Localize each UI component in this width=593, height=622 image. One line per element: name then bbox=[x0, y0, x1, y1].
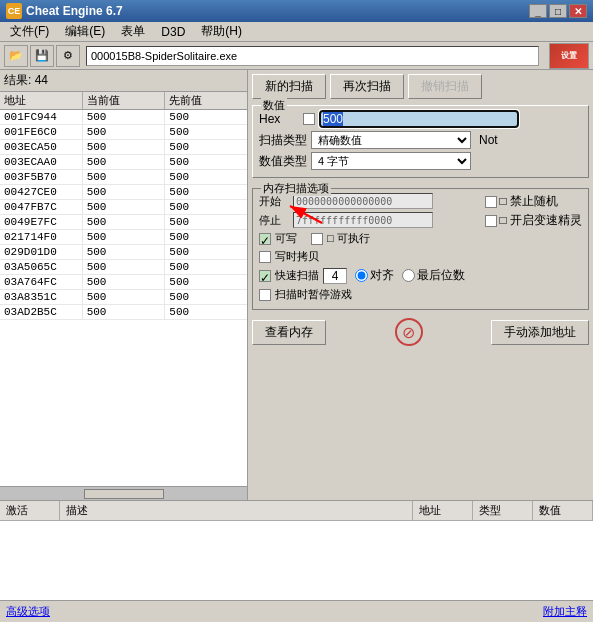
fastscan-value[interactable] bbox=[323, 268, 347, 284]
speedelf-checkbox[interactable] bbox=[485, 215, 497, 227]
manual-add-button[interactable]: 手动添加地址 bbox=[491, 320, 589, 345]
lower-area: 激活 描述 地址 类型 数值 bbox=[0, 500, 593, 600]
cow-label: 写时拷贝 bbox=[275, 249, 319, 264]
menu-d3d[interactable]: D3D bbox=[155, 23, 191, 41]
maximize-button[interactable]: □ bbox=[549, 4, 567, 18]
table-row[interactable]: 003ECAA0500500 bbox=[0, 155, 247, 170]
add-main-link[interactable]: 附加主释 bbox=[543, 604, 587, 619]
align-label: 对齐 bbox=[370, 267, 394, 284]
address-table: 001FC944500500001FE6C0500500003ECA505005… bbox=[0, 110, 247, 486]
menu-bar: 文件(F) 编辑(E) 表单 D3D 帮助(H) bbox=[0, 22, 593, 42]
table-row[interactable]: 003ECA50500500 bbox=[0, 140, 247, 155]
norandom-label: □ 禁止随机 bbox=[499, 193, 558, 210]
table-row[interactable]: 03A764FC500500 bbox=[0, 275, 247, 290]
not-label: Not bbox=[479, 133, 498, 147]
col-val: 数值 bbox=[533, 501, 593, 520]
right-bottom-row: 查看内存 ⊘ 手动添加地址 bbox=[252, 318, 589, 346]
executable-checkbox[interactable] bbox=[311, 233, 323, 245]
value-input[interactable] bbox=[319, 110, 519, 128]
speedelf-label: □ 开启变速精灵 bbox=[499, 212, 582, 229]
table-row[interactable]: 021714F0500500 bbox=[0, 230, 247, 245]
lastdigit-radio[interactable] bbox=[402, 269, 415, 282]
col-address: 地址 bbox=[0, 92, 83, 109]
view-memory-button[interactable]: 查看内存 bbox=[252, 320, 326, 345]
fastscan-label: 快速扫描 bbox=[275, 268, 319, 283]
hscroll-bar[interactable] bbox=[0, 486, 247, 500]
col-active: 激活 bbox=[0, 501, 60, 520]
fastscan-checkbox[interactable]: ✓ bbox=[259, 270, 271, 282]
stop-label: 停止 bbox=[259, 213, 289, 228]
value-type-select[interactable]: 4 字节 1 字节 2 字节 8 字节 bbox=[311, 152, 471, 170]
next-scan-button[interactable]: 再次扫描 bbox=[330, 74, 404, 99]
open-button[interactable]: 📂 bbox=[4, 45, 28, 67]
cow-checkbox[interactable] bbox=[259, 251, 271, 263]
new-scan-button[interactable]: 新的扫描 bbox=[252, 74, 326, 99]
results-count: 结果: 44 bbox=[0, 70, 247, 91]
menu-file[interactable]: 文件(F) bbox=[4, 21, 55, 42]
settings-button[interactable]: ⚙ bbox=[56, 45, 80, 67]
table-row[interactable]: 0047FB7C500500 bbox=[0, 200, 247, 215]
table-row[interactable]: 03AD2B5C500500 bbox=[0, 305, 247, 320]
minimize-button[interactable]: _ bbox=[529, 4, 547, 18]
table-row[interactable]: 03A8351C500500 bbox=[0, 290, 247, 305]
col-previous: 先前值 bbox=[165, 92, 247, 109]
value-type-label: 数值类型 bbox=[259, 153, 307, 170]
memory-section: 内存扫描选项 开始 停止 bbox=[252, 188, 589, 310]
scan-type-label: 扫描类型 bbox=[259, 132, 307, 149]
process-display[interactable]: 000015B8-SpiderSolitaire.exe bbox=[86, 46, 539, 66]
close-button[interactable]: ✕ bbox=[569, 4, 587, 18]
lower-table-body bbox=[0, 521, 593, 600]
scan-type-select[interactable]: 精确数值 比目标值大 比目标值小 bbox=[311, 131, 471, 149]
executable-label: □ 可执行 bbox=[327, 231, 370, 246]
col-type: 类型 bbox=[473, 501, 533, 520]
col-desc: 描述 bbox=[60, 501, 413, 520]
menu-help[interactable]: 帮助(H) bbox=[195, 21, 248, 42]
table-row[interactable]: 00427CE0500500 bbox=[0, 185, 247, 200]
menu-form[interactable]: 表单 bbox=[115, 21, 151, 42]
table-row[interactable]: 001FE6C0500500 bbox=[0, 125, 247, 140]
lastdigit-label: 最后位数 bbox=[417, 267, 465, 284]
writable-checkbox[interactable]: ✓ bbox=[259, 233, 271, 245]
table-row[interactable]: 03A5065C500500 bbox=[0, 260, 247, 275]
toolbar: 📂 💾 ⚙ 000015B8-SpiderSolitaire.exe 设置 bbox=[0, 42, 593, 70]
ce-logo-btn[interactable]: 设置 bbox=[549, 43, 589, 69]
title-bar: CE Cheat Engine 6.7 _ □ ✕ bbox=[0, 0, 593, 22]
table-row[interactable]: 001FC944500500 bbox=[0, 110, 247, 125]
status-bar: 高级选项 附加主释 bbox=[0, 600, 593, 622]
menu-edit[interactable]: 编辑(E) bbox=[59, 21, 111, 42]
lower-table-header: 激活 描述 地址 类型 数值 bbox=[0, 501, 593, 521]
pausegame-checkbox[interactable] bbox=[259, 289, 271, 301]
advanced-options-link[interactable]: 高级选项 bbox=[6, 604, 50, 619]
hex-checkbox[interactable] bbox=[303, 113, 315, 125]
stop-input[interactable] bbox=[293, 212, 433, 228]
align-radio[interactable] bbox=[355, 269, 368, 282]
value-section-title: 数值 bbox=[261, 98, 287, 113]
app-icon: CE bbox=[6, 3, 22, 19]
norandom-checkbox[interactable] bbox=[485, 196, 497, 208]
right-panel: 新的扫描 再次扫描 撤销扫描 数值 Hex 扫描类型 精确数值 bbox=[248, 70, 593, 500]
memory-section-title: 内存扫描选项 bbox=[261, 181, 331, 196]
table-header: 地址 当前值 先前值 bbox=[0, 91, 247, 110]
pausegame-label: 扫描时暂停游戏 bbox=[275, 287, 352, 302]
col-current: 当前值 bbox=[83, 92, 166, 109]
table-row[interactable]: 0049E7FC500500 bbox=[0, 215, 247, 230]
undo-scan-button[interactable]: 撤销扫描 bbox=[408, 74, 482, 99]
window-title: Cheat Engine 6.7 bbox=[26, 4, 123, 18]
table-row[interactable]: 029D01D0500500 bbox=[0, 245, 247, 260]
save-button[interactable]: 💾 bbox=[30, 45, 54, 67]
writable-label: 可写 bbox=[275, 231, 297, 246]
col-addr: 地址 bbox=[413, 501, 473, 520]
scan-buttons-row: 新的扫描 再次扫描 撤销扫描 bbox=[252, 74, 589, 99]
stop-icon[interactable]: ⊘ bbox=[395, 318, 423, 346]
right-checkboxes: □ 禁止随机 □ 开启变速精灵 bbox=[485, 193, 582, 305]
hex-label: Hex bbox=[259, 112, 299, 126]
value-section: 数值 Hex 扫描类型 精确数值 比目标值大 比目标值小 Not bbox=[252, 105, 589, 178]
table-row[interactable]: 003F5B70500500 bbox=[0, 170, 247, 185]
